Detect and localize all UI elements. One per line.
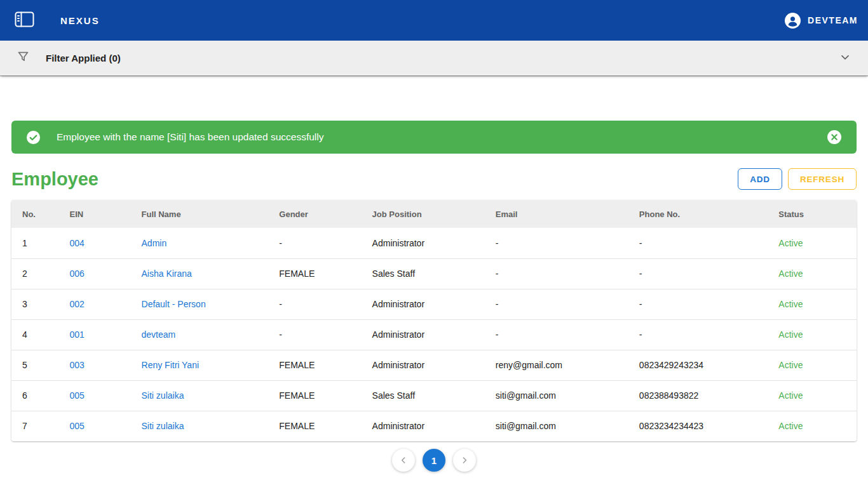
column-header: Gender	[268, 200, 361, 228]
table-cell: Reny Fitri Yani	[131, 350, 269, 380]
alert-close-button[interactable]	[827, 130, 842, 145]
user-avatar-icon	[785, 13, 801, 29]
table-row: 7005Siti zulaikaFEMALEAdministratorsiti@…	[11, 411, 857, 441]
ein-link[interactable]: 006	[69, 269, 84, 279]
chevron-left-icon	[398, 455, 409, 465]
user-menu[interactable]: DEVTEAM	[785, 13, 858, 29]
cell-phone: 0823429243234	[628, 350, 768, 380]
cell-gender: FEMALE	[268, 380, 361, 411]
status-text: Active	[768, 228, 857, 258]
table-cell: 003	[58, 350, 130, 380]
cell-email: siti@gmail.com	[485, 411, 628, 441]
ein-link[interactable]: 005	[69, 390, 84, 401]
cell-gender: -	[268, 319, 361, 350]
column-header: Phone No.	[628, 200, 768, 228]
table-cell: Admin	[131, 228, 269, 258]
cell-job-position: Administrator	[362, 411, 485, 441]
next-page-button[interactable]	[453, 449, 476, 472]
table-row: 2006Aisha KiranaFEMALESales Staff--Activ…	[11, 258, 857, 289]
column-header: No.	[11, 200, 58, 228]
full-name-link[interactable]: Reny Fitri Yani	[142, 360, 200, 370]
cell-gender: -	[268, 289, 361, 319]
column-header: Job Position	[362, 200, 485, 228]
status-text: Active	[768, 411, 857, 441]
cell-phone: -	[628, 258, 768, 289]
cell-no: 1	[11, 228, 58, 258]
app-brand: NEXUS	[60, 15, 100, 26]
cell-email: -	[485, 228, 628, 258]
column-header: EIN	[58, 200, 130, 228]
toolbar: ADD REFRESH	[738, 168, 857, 190]
cell-gender: FEMALE	[268, 350, 361, 380]
ein-link[interactable]: 005	[69, 421, 84, 431]
page-1-button[interactable]: 1	[423, 449, 445, 472]
cell-gender: FEMALE	[268, 258, 361, 289]
user-name: DEVTEAM	[808, 15, 858, 25]
table-cell: Aisha Kirana	[131, 258, 269, 289]
status-text: Active	[768, 258, 857, 289]
table-cell: Siti zulaika	[131, 380, 269, 411]
chevron-down-icon[interactable]	[839, 51, 851, 66]
page-title: Employee	[11, 169, 98, 190]
filter-label: Filter Applied (0)	[46, 53, 121, 63]
status-text: Active	[768, 289, 857, 319]
employee-table-card: No.EINFull NameGenderJob PositionEmailPh…	[11, 200, 857, 441]
table-row: 5003Reny Fitri YaniFEMALEAdministratorre…	[11, 350, 857, 380]
sidebar-toggle-icon	[15, 11, 34, 29]
check-circle-icon	[26, 130, 41, 145]
sidebar-toggle-button[interactable]	[10, 8, 38, 33]
main-content: Employee with the name [Siti] has been u…	[0, 121, 868, 472]
table-cell: 005	[58, 380, 130, 411]
cell-no: 6	[11, 380, 58, 411]
full-name-link[interactable]: Admin	[142, 238, 167, 248]
table-row: 6005Siti zulaikaFEMALESales Staffsiti@gm…	[11, 380, 857, 411]
success-alert: Employee with the name [Siti] has been u…	[11, 121, 857, 154]
table-cell: devteam	[131, 319, 269, 350]
table-cell: 002	[58, 289, 130, 319]
ein-link[interactable]: 002	[69, 299, 84, 309]
top-app-bar: NEXUS DEVTEAM	[0, 0, 868, 41]
header-row: No.EINFull NameGenderJob PositionEmailPh…	[11, 200, 857, 228]
ein-link[interactable]: 001	[69, 329, 84, 340]
cell-job-position: Administrator	[362, 228, 485, 258]
cell-no: 7	[11, 411, 58, 441]
cell-gender: FEMALE	[268, 411, 361, 441]
pagination: 1	[11, 449, 857, 472]
full-name-link[interactable]: Siti zulaika	[142, 390, 184, 401]
cell-gender: -	[268, 228, 361, 258]
column-header: Status	[768, 200, 857, 228]
column-header: Full Name	[131, 200, 269, 228]
cell-phone: -	[628, 319, 768, 350]
filter-icon	[17, 50, 30, 66]
status-text: Active	[768, 350, 857, 380]
table-cell: 004	[58, 228, 130, 258]
cell-email: -	[485, 319, 628, 350]
full-name-link[interactable]: Aisha Kirana	[142, 269, 192, 279]
table-row: 1004Admin-Administrator--Active	[11, 228, 857, 258]
table-cell: 001	[58, 319, 130, 350]
close-icon	[827, 130, 842, 145]
cell-email: siti@gmail.com	[485, 380, 628, 411]
cell-no: 3	[11, 289, 58, 319]
cell-job-position: Sales Staff	[362, 258, 485, 289]
cell-job-position: Administrator	[362, 350, 485, 380]
column-header: Email	[485, 200, 628, 228]
filter-bar[interactable]: Filter Applied (0)	[0, 41, 868, 76]
full-name-link[interactable]: Default - Person	[142, 299, 206, 309]
cell-email: reny@gmail.com	[485, 350, 628, 380]
full-name-link[interactable]: devteam	[142, 329, 176, 340]
previous-page-button[interactable]	[392, 449, 415, 472]
cell-job-position: Sales Staff	[362, 380, 485, 411]
alert-message: Employee with the name [Siti] has been u…	[57, 131, 323, 143]
ein-link[interactable]: 004	[69, 238, 84, 248]
refresh-button[interactable]: REFRESH	[788, 168, 857, 190]
full-name-link[interactable]: Siti zulaika	[142, 421, 184, 431]
status-text: Active	[768, 380, 857, 411]
ein-link[interactable]: 003	[69, 360, 84, 370]
add-button[interactable]: ADD	[738, 168, 782, 190]
cell-phone: 0823234234423	[628, 411, 768, 441]
table-cell: 005	[58, 411, 130, 441]
employee-table: No.EINFull NameGenderJob PositionEmailPh…	[11, 200, 857, 441]
status-text: Active	[768, 319, 857, 350]
cell-phone: 082388493822	[628, 380, 768, 411]
